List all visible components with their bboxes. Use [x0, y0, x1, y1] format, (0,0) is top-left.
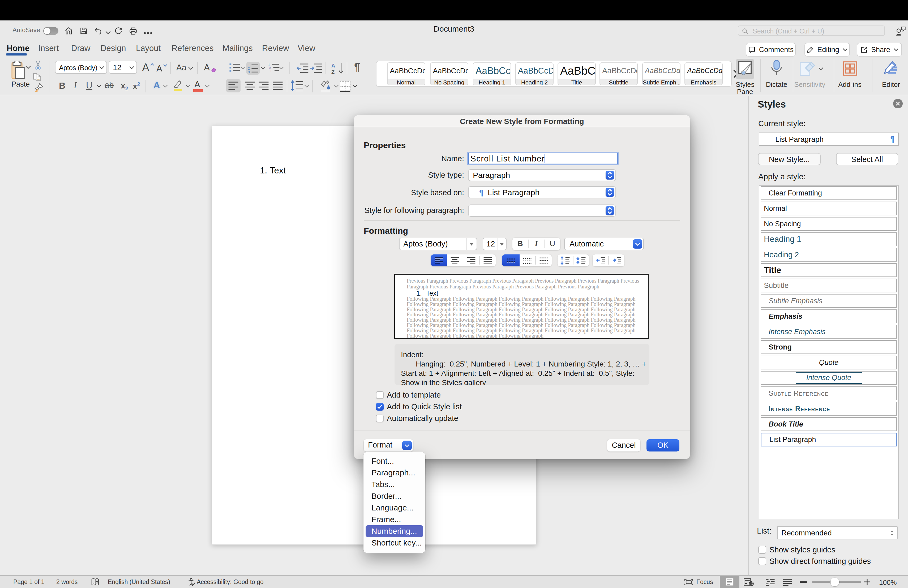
- svg-text:2: 2: [248, 67, 250, 70]
- svg-text:1: 1: [248, 63, 250, 67]
- svg-text:i: i: [270, 69, 271, 72]
- svg-text:Z: Z: [331, 69, 335, 74]
- svg-text:3: 3: [248, 70, 250, 73]
- svg-text:A: A: [331, 63, 335, 69]
